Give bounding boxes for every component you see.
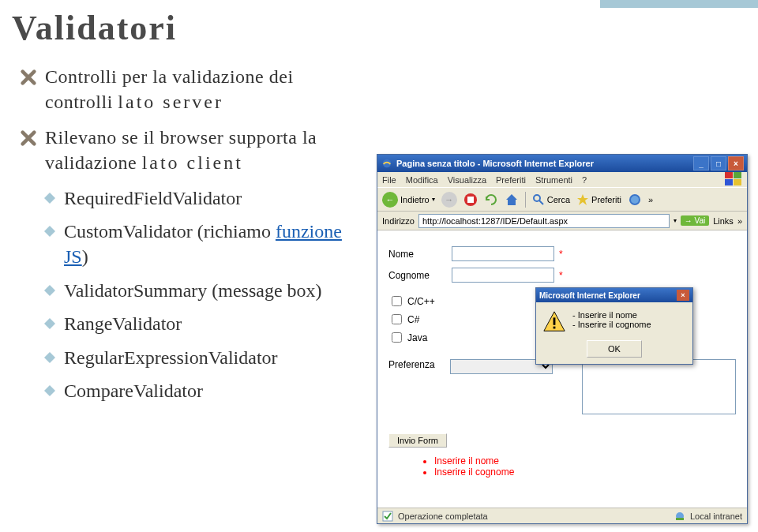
svg-rect-11: [553, 317, 556, 324]
addr-input[interactable]: [418, 214, 670, 228]
item-range: RangeValidator: [43, 311, 363, 336]
svg-line-8: [539, 200, 543, 204]
x-bullet-icon: [20, 69, 37, 86]
forward-button[interactable]: →: [441, 192, 457, 208]
svg-rect-15: [676, 518, 684, 520]
msgbox-line2: - Inserire il cognome: [572, 320, 651, 329]
web-page: Nome * Cognome * C/C++ C# Java Preferenz…: [377, 230, 747, 508]
menu-file[interactable]: File: [382, 175, 396, 185]
item-custom-pre: CustomValidator (richiamo: [64, 221, 276, 242]
svg-rect-2: [734, 172, 741, 178]
svg-rect-6: [467, 197, 474, 203]
minimize-button[interactable]: _: [693, 156, 709, 170]
search-label: Cerca: [547, 195, 570, 204]
status-left: Operazione completata: [398, 511, 488, 521]
ie-title-text: Pagina senza titolo - Microsoft Internet…: [396, 159, 594, 168]
item-compare: CompareValidator: [43, 378, 363, 403]
error-list: Inserire il nome Inserire il cognome: [388, 455, 736, 478]
go-button[interactable]: → Vai: [681, 215, 710, 226]
messagebox-title-text: Microsoft Internet Explorer: [539, 291, 640, 300]
x-bullet-icon: [20, 129, 37, 147]
diamond-bullet-icon: [43, 317, 56, 330]
item-required-text: RequiredFieldValidator: [64, 185, 242, 211]
err-cognome: Inserire il cognome: [434, 466, 736, 478]
err-nome: Inserire il nome: [434, 455, 736, 466]
row-cognome: Cognome *: [388, 268, 736, 283]
chk-java-box[interactable]: [392, 332, 402, 343]
warning-icon: [542, 310, 566, 334]
ie-titlebar[interactable]: Pagina senza titolo - Microsoft Internet…: [377, 155, 747, 172]
stop-button[interactable]: [463, 193, 478, 207]
row-preferenza: Preferenza: [388, 359, 736, 414]
row-nome: Nome *: [388, 246, 736, 261]
links-label[interactable]: Links: [713, 216, 734, 226]
messagebox: Microsoft Internet Explorer × - Inserire…: [535, 287, 693, 365]
maximize-button[interactable]: □: [711, 156, 726, 170]
home-button[interactable]: [505, 193, 519, 207]
svg-rect-1: [725, 172, 733, 178]
addr-label: Indirizzo: [382, 216, 415, 226]
svg-rect-4: [734, 179, 741, 185]
slide-content: Controlli per la validazione dei control…: [20, 64, 363, 403]
accent-bar: [600, 0, 758, 8]
cognome-asterisk: *: [559, 270, 563, 281]
diamond-bullet-icon: [43, 384, 56, 397]
ie-toolbar: ← Indietro ▾ → Cerca Preferiti »: [377, 188, 747, 212]
menu-help[interactable]: ?: [582, 175, 587, 185]
win-logo-icon: [725, 172, 742, 188]
chk-ccpp-lbl: C/C++: [407, 296, 435, 307]
chk-ccpp-box[interactable]: [392, 296, 402, 306]
svg-rect-12: [553, 327, 556, 329]
ie-app-icon: [381, 157, 393, 170]
menu-fav[interactable]: Preferiti: [496, 175, 526, 185]
diamond-bullet-icon: [43, 351, 56, 364]
ie-window: Pagina senza titolo - Microsoft Internet…: [377, 154, 748, 524]
pref-textarea[interactable]: [582, 359, 736, 414]
menu-edit[interactable]: Modifica: [406, 175, 438, 185]
item-compare-text: CompareValidator: [64, 378, 203, 403]
cognome-input[interactable]: [452, 268, 554, 283]
menu-tools[interactable]: Strumenti: [535, 175, 572, 185]
item-summary: ValidatorSummary (message box): [43, 278, 363, 303]
svg-rect-3: [725, 179, 733, 185]
ie-menubar[interactable]: File Modifica Visualizza Preferiti Strum…: [377, 172, 747, 188]
media-button[interactable]: [628, 193, 642, 207]
chk-java-lbl: Java: [407, 332, 427, 343]
submit-button[interactable]: Invio Form: [388, 433, 447, 448]
item-regex-text: RegularExpressionValidator: [64, 345, 278, 370]
svg-point-7: [534, 195, 540, 201]
status-right: Local intranet: [690, 511, 742, 521]
messagebox-titlebar[interactable]: Microsoft Internet Explorer ×: [536, 288, 692, 302]
item-range-text: RangeValidator: [64, 311, 182, 336]
nome-label: Nome: [388, 249, 452, 260]
back-label: Indietro: [400, 195, 430, 204]
bullet-server: Controlli per la validazione dei control…: [20, 64, 363, 115]
back-button[interactable]: ← Indietro ▾: [382, 192, 435, 208]
cognome-label: Cognome: [388, 270, 452, 281]
fav-label: Preferiti: [591, 195, 621, 204]
close-button[interactable]: ×: [728, 156, 744, 170]
messagebox-close-button[interactable]: ×: [677, 290, 689, 301]
refresh-button[interactable]: [484, 193, 498, 207]
diamond-bullet-icon: [43, 192, 56, 204]
nome-asterisk: *: [559, 249, 563, 260]
ie-addressbar: Indirizzo ▾ → Vai Links »: [377, 212, 747, 230]
item-required: RequiredFieldValidator: [43, 185, 363, 211]
menu-view[interactable]: Visualizza: [448, 175, 486, 185]
chk-csharp-lbl: C#: [407, 314, 419, 325]
item-custom-post: ): [82, 246, 88, 267]
diamond-bullet-icon: [43, 225, 56, 238]
fav-button[interactable]: Preferiti: [576, 193, 621, 206]
pref-label: Preferenza: [388, 359, 444, 370]
nome-input[interactable]: [452, 246, 554, 261]
chk-csharp-box[interactable]: [392, 314, 402, 324]
msgbox-line1: - Inserire il nome: [572, 310, 651, 320]
bullet-client-kw: lato client: [142, 152, 243, 173]
messagebox-ok-button[interactable]: OK: [587, 340, 642, 358]
item-custom: CustomValidator (richiamo funzione JS): [43, 219, 363, 270]
done-icon: [382, 511, 393, 522]
bullet-server-kw: lato server: [118, 92, 223, 112]
item-summary-text: ValidatorSummary (message box): [64, 278, 322, 303]
search-button[interactable]: Cerca: [532, 193, 570, 206]
slide-title: Validatori: [12, 8, 758, 48]
